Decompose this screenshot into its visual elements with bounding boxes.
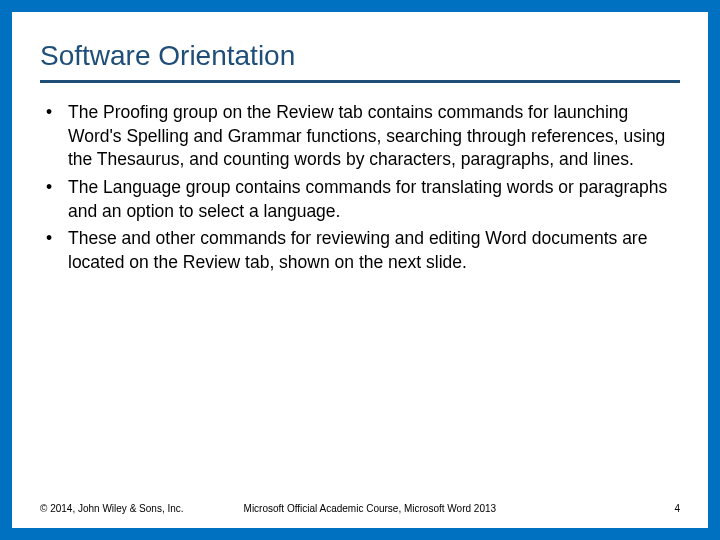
- footer-page-number: 4: [674, 503, 680, 514]
- slide: Software Orientation • The Proofing grou…: [12, 12, 708, 528]
- bullet-list: • The Proofing group on the Review tab c…: [40, 101, 680, 274]
- list-item: • The Proofing group on the Review tab c…: [40, 101, 680, 172]
- list-item: • These and other commands for reviewing…: [40, 227, 680, 274]
- list-item: • The Language group contains commands f…: [40, 176, 680, 223]
- bullet-dot: •: [40, 101, 68, 172]
- slide-title: Software Orientation: [40, 40, 680, 83]
- bullet-text: These and other commands for reviewing a…: [68, 227, 680, 274]
- bullet-dot: •: [40, 176, 68, 223]
- bullet-dot: •: [40, 227, 68, 274]
- bullet-text: The Language group contains commands for…: [68, 176, 680, 223]
- slide-footer: © 2014, John Wiley & Sons, Inc. Microsof…: [40, 503, 680, 514]
- footer-copyright: © 2014, John Wiley & Sons, Inc.: [40, 503, 184, 514]
- footer-center: Microsoft Official Academic Course, Micr…: [184, 503, 675, 514]
- bullet-text: The Proofing group on the Review tab con…: [68, 101, 680, 172]
